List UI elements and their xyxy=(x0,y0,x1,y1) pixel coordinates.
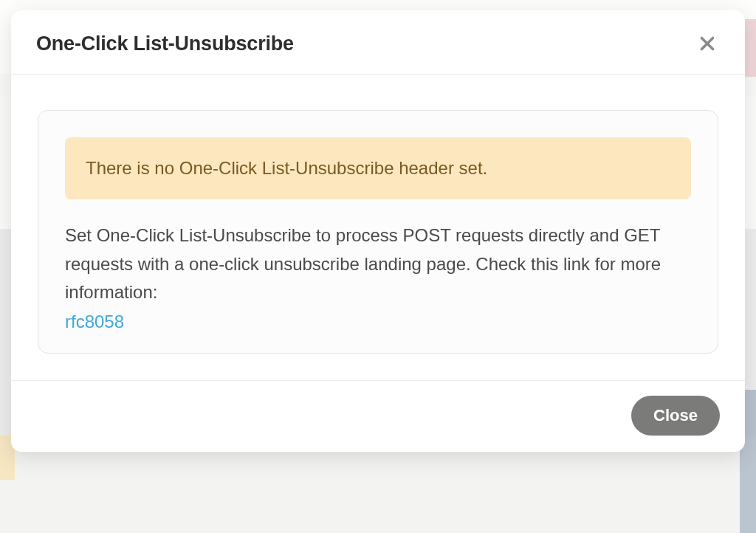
close-button[interactable]: Close xyxy=(631,396,720,436)
info-panel: There is no One-Click List-Unsubscribe h… xyxy=(38,110,718,354)
modal-footer: Close xyxy=(11,380,745,452)
modal-dialog: One-Click List-Unsubscribe There is no O… xyxy=(11,10,745,452)
modal-header: One-Click List-Unsubscribe xyxy=(11,10,745,75)
rfc-link[interactable]: rfc8058 xyxy=(65,312,124,332)
close-icon[interactable] xyxy=(695,31,720,56)
modal-body: There is no One-Click List-Unsubscribe h… xyxy=(11,75,745,380)
warning-alert-text: There is no One-Click List-Unsubscribe h… xyxy=(86,157,670,180)
modal-overlay: One-Click List-Unsubscribe There is no O… xyxy=(0,0,756,533)
info-text: Set One-Click List-Unsubscribe to proces… xyxy=(65,225,661,302)
warning-alert: There is no One-Click List-Unsubscribe h… xyxy=(65,137,691,199)
modal-title: One-Click List-Unsubscribe xyxy=(36,32,294,55)
info-block: Set One-Click List-Unsubscribe to proces… xyxy=(65,221,691,331)
